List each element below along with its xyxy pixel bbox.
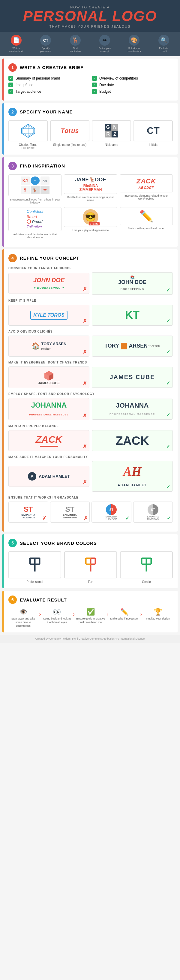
insp-hidden: JANE🦌DOE RIeGINAZIMMERMAN Find hidden wo… [64,174,117,204]
inspiration-grid-1: KJ ● AW 5 🦌 ✦ Browse personal logos from… [8,174,173,204]
step-2-circle: CT [40,35,51,46]
grayscale-box-3: ST SAMANTHATHOMPSON ✓ [91,501,131,523]
name-fullname: Charles TorusFull name [8,120,48,150]
good-mark-8a: ✓ [126,515,129,521]
inspiration-grid-2: Confident Smart Proud Talkative Ask frie… [8,207,173,239]
eval-text-3: Ensure goals in creative brief have been… [76,617,105,624]
subsec-psychology: EMPLOY SHAPE, FONT AND COLOR PSYCHOLOGY … [8,392,173,420]
section-6-title: EVALUATE RESULT [20,597,67,602]
stevie-badge: STEVIE [89,222,100,226]
zack-bad-box: ZACK ✗ [8,430,89,451]
insp-elements-box: ZACK ABCDEF [120,174,173,192]
tory-color-block [121,343,127,349]
toryarsen-good-logo: TORY ARSEN [104,343,148,349]
check-duedate: ✓ Due date [92,83,173,88]
balance-subtitle: MAINTAIN PROPER BALANCE [8,425,173,428]
step-4-label: Refine yourconcept [99,47,111,53]
section-2-header: 2 SPECIFY YOUR NAME [8,108,173,116]
kyletoros-bad-box: KYLE TOROS ✗ [8,305,89,326]
st-good-color: ST SAMANTHATHOMPSON [105,504,117,520]
color-gentle: Gentle [120,551,173,584]
insp-browse: KJ ● AW 5 🦌 ✦ Browse personal logos from… [8,174,62,204]
st-good-gray: ST SAMANTHATHOMPSON [147,504,159,520]
eval-arrow-1: › [39,608,41,617]
brand-color-options: Professional Fun [8,551,173,584]
check-icon-4: ✓ [92,76,97,81]
color-fun: Fun [64,551,117,584]
insp-pencil-box: ✏️ [120,207,173,225]
good-mark-3: ✓ [166,349,170,355]
insp-hidden-box: JANE🦌DOE RIeGINAZIMMERMAN [64,174,117,194]
section-specify-name: 2 SPECIFY YOUR NAME Charles TorusFull na… [2,103,178,154]
insp-physical-box: 😎 STEVIE [64,207,117,227]
subsec-balance: MAINTAIN PROPER BALANCE ZACK ✗ ZACK ✓ [8,425,173,451]
fullname-label: Charles TorusFull name [19,143,38,150]
eval-step-3: ✅ Ensure goals in creative brief have be… [76,608,105,624]
person-with-glasses: 😎 STEVIE [83,209,99,225]
nickname-label: Nickname [105,143,118,146]
eval-text-4: Make edits if necessary [110,617,138,621]
section-inspiration: 3 FIND INSPIRATION KJ ● AW 5 🦌 ✦ Browse … [2,157,178,247]
insp-browse-label: Browse personal logos from others in you… [8,198,62,204]
step-5-label: Select yourbrand colors [127,47,141,53]
st-gray-logo: STSAMANTHATHOMPSON [63,505,77,519]
word-smart: Smart [27,214,37,219]
eval-icon-4: ✏️ [120,608,128,616]
eval-arrow-4: › [140,608,142,617]
step-4: ✏ Refine yourconcept [93,35,117,53]
kyletoros-bad-logo: KYLE TOROS [30,311,67,320]
eval-icon-5: 🏆 [154,608,162,616]
bad-mark-3: ✗ [83,349,87,355]
grayscale-box-4: ST SAMANTHATHOMPSON ✓ [133,501,173,523]
johanna-bad-logo: JOHANNAPROFESSIONAL MASSEUSE [29,401,68,417]
trident-fun [81,556,100,574]
target-audience-subtitle: CONSIDER YOUR TARGET AUDIENCE [8,267,173,270]
check-label-1: Summary of personal brand [16,76,60,80]
header-title: PERSONAL LOGO [3,9,177,24]
footer-text: Created by Company Folders, Inc. | Creat… [35,637,145,640]
step-1-label: Write acreative brief [9,47,23,53]
toryarsen-text: TORY ARSENRealtor [41,342,67,351]
johndoe-good-box: 📚 JOHN DOEBOOKKEEPING ✓ [92,272,173,295]
insp-pencil: ✏️ Sketch with a pencil and paper [120,207,173,239]
check-icon-3: ✓ [8,89,13,94]
trident-gentle [137,556,155,574]
good-mark-2: ✓ [166,318,170,324]
keep-simple-compare: KYLE TOROS ✗ KT ✓ [8,305,173,326]
st-name-gray: SAMANTHATHOMPSON [147,515,159,520]
logo-kj: KJ [21,177,30,185]
fullname-logo-box [8,120,48,142]
words-list: Confident Smart Proud Talkative [27,209,43,229]
header: HOW TO CREATE A PERSONAL LOGO THAT MAKES… [0,0,180,32]
zack-bad-text: ZACK [36,434,62,445]
check-summary: ✓ Summary of personal brand [8,76,89,81]
section-4-number: 4 [8,254,17,262]
professional-logo-box [8,551,61,578]
steps-bar: 📄 Write acreative brief CT Specifyyour n… [0,32,180,56]
johanna-good-logo: JOHANNAPROFESSIONAL MASSEUSE [110,402,155,416]
zack-insp-logo: ZACK [137,177,156,185]
avoid-cliches-compare: 🏠 TORY ARSENRealtor ✗ TORY ARSEN REALTOR… [8,336,173,356]
step-1: 📄 Write acreative brief [4,35,28,53]
evergreen-subtitle: MAKE IT EVERGREEN; DON'T CHASE TRENDS [8,361,173,364]
checklist-right: ✓ Overview of competitors ✓ Due date ✓ B… [92,76,173,96]
johndoe-bad-box: JOHN DOE✦ BOOKKEEPING ✦ ✗ [8,273,89,294]
eval-step-2: 👀 Come back and look at it with fresh ey… [42,608,72,624]
kt-good-logo: KT [125,309,140,321]
step-6-label: Evaluateresult [159,47,168,53]
check-icon-2: ✓ [8,83,13,88]
eval-text-2: Come back and look at it with fresh eyes [42,617,72,624]
abcdef-logo: ABCDEF [138,186,154,189]
target-audience-compare: JOHN DOE✦ BOOKKEEPING ✦ ✗ 📚 JOHN DOEBOOK… [8,272,173,295]
eval-arrow-2: › [73,608,75,617]
subsec-keep-simple: KEEP IT SIMPLE KYLE TOROS ✗ KT ✓ [8,299,173,326]
section-2-number: 2 [8,108,17,116]
good-mark-4: ✓ [166,380,170,386]
singlename-label: Single name (first or last) [53,143,86,146]
eval-step-1: 👁️ Step away and take some time to decom… [8,608,38,628]
personality-compare: A ADAM HAMLET ✗ AH ADAM HAMLET ✓ [8,461,173,492]
house-icon: 🏠 [32,342,40,350]
insp-pencil-label: Sketch with a pencil and paper [120,227,173,230]
toryarsen-good-box: TORY ARSEN REALTOR ✓ [92,336,173,356]
keep-simple-subtitle: KEEP IT SIMPLE [8,299,173,302]
